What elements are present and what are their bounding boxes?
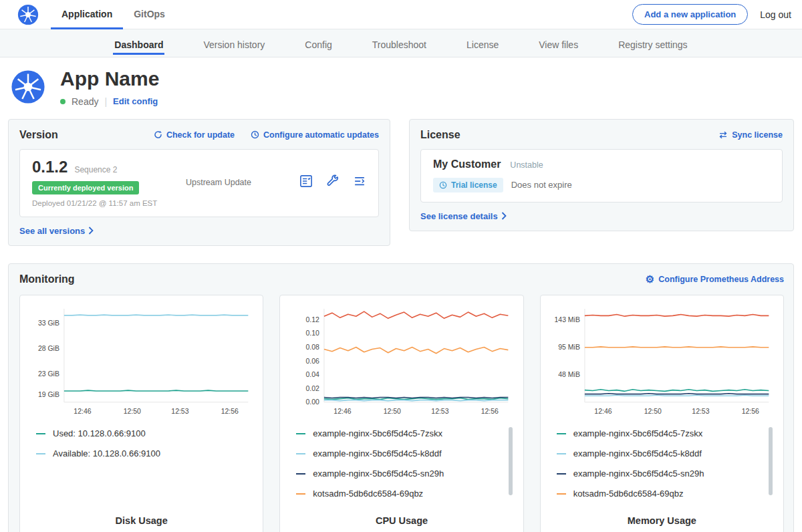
svg-text:12:46: 12:46 [74, 407, 91, 414]
version-number: 0.1.2 [32, 158, 68, 176]
chevron-right-icon [88, 227, 94, 235]
subnav-item-config[interactable]: Config [303, 31, 333, 55]
svg-text:0.08: 0.08 [306, 344, 320, 351]
chevron-right-icon [501, 212, 507, 220]
legend-color-dash [296, 433, 305, 434]
license-card-title: License [420, 129, 460, 141]
kubernetes-logo-icon [17, 4, 39, 25]
monitoring-card: Monitoring ⚙ Configure Prometheus Addres… [8, 263, 794, 532]
app-kubernetes-icon [11, 70, 45, 104]
svg-text:12:50: 12:50 [644, 407, 661, 414]
legend-item: kotsadm-5db6dc6584-69qbz [557, 489, 775, 499]
subnav-item-dashboard[interactable]: Dashboard [113, 31, 164, 55]
svg-text:12:50: 12:50 [124, 407, 141, 414]
customer-name: My Customer [433, 158, 501, 170]
svg-text:12:53: 12:53 [692, 407, 709, 414]
svg-text:0.12: 0.12 [306, 315, 320, 323]
legend-color-dash [557, 453, 566, 454]
legend-label: Available: 10.128.0.66:9100 [53, 448, 160, 458]
cpu-usage-legend: example-nginx-5bc6f5d4c5-7zskxexample-ng… [296, 428, 515, 509]
add-new-application-button[interactable]: Add a new application [632, 4, 748, 25]
subnav-item-version-history[interactable]: Version history [202, 31, 266, 55]
ready-status-dot [60, 99, 65, 104]
svg-text:12:56: 12:56 [741, 407, 759, 414]
legend-item: example-nginx-5bc6f5d4c5-sn29h [557, 469, 775, 479]
legend-color-dash [296, 473, 305, 475]
top-tabs: ApplicationGitOps [51, 0, 176, 29]
config-wrench-icon[interactable] [326, 174, 340, 190]
legend-color-dash [557, 433, 566, 434]
app-header: App Name Ready | Edit config [0, 57, 802, 119]
svg-text:0.10: 0.10 [306, 329, 320, 337]
legend-color-dash [557, 473, 566, 475]
legend-color-dash [296, 453, 305, 454]
svg-text:12:46: 12:46 [594, 407, 612, 414]
top-tab-application[interactable]: Application [51, 0, 123, 29]
see-all-versions-link[interactable]: See all versions [19, 226, 379, 236]
svg-text:19 GiB: 19 GiB [38, 390, 59, 398]
subnav-item-view-files[interactable]: View files [537, 31, 579, 55]
svg-text:143 MiB: 143 MiB [554, 315, 579, 323]
svg-text:0.02: 0.02 [306, 384, 320, 392]
logout-button[interactable]: Log out [760, 9, 791, 20]
license-details-box: My Customer Unstable Trial license Does … [420, 149, 783, 203]
trial-license-badge: Trial license [433, 178, 503, 192]
legend-label: example-nginx-5bc6f5d4c5-sn29h [313, 469, 444, 479]
memory-usage-legend: example-nginx-5bc6f5d4c5-7zskxexample-ng… [557, 428, 775, 509]
legend-label: example-nginx-5bc6f5d4c5-7zskx [313, 428, 442, 438]
legend-item: Used: 10.128.0.66:9100 [36, 428, 255, 438]
sync-license-link[interactable]: Sync license [718, 130, 783, 140]
subnav-item-registry-settings[interactable]: Registry settings [617, 31, 688, 55]
legend-item: example-nginx-5bc6f5d4c5-k8ddf [296, 448, 515, 458]
legend-item: example-nginx-5bc6f5d4c5-sn29h [296, 469, 515, 479]
see-license-details-link[interactable]: See license details [420, 211, 783, 221]
divider: | [104, 96, 107, 107]
deployed-badge: Currently deployed version [32, 181, 139, 194]
memory-usage-panel: 48 MiB95 MiB143 MiB12:4612:5012:5312:56 … [540, 295, 784, 532]
subnav-item-troubleshoot[interactable]: Troubleshoot [371, 31, 428, 55]
svg-text:33 GiB: 33 GiB [38, 319, 59, 326]
legend-label: kotsadm-5db6dc6584-69qbz [313, 489, 423, 499]
top-tab-gitops[interactable]: GitOps [123, 0, 176, 29]
deployed-timestamp: Deployed 01/21/22 @ 11:57 am EST [32, 199, 178, 207]
legend-color-dash [557, 493, 566, 495]
app-sub-navigation: DashboardVersion historyConfigTroublesho… [0, 29, 802, 57]
legend-scrollbar[interactable] [509, 427, 513, 495]
svg-text:23 GiB: 23 GiB [38, 370, 59, 378]
check-for-update-link[interactable]: Check for update [154, 130, 235, 140]
legend-label: example-nginx-5bc6f5d4c5-sn29h [573, 469, 704, 479]
chart-title: Disk Usage [28, 515, 255, 526]
cpu-usage-chart: 0.000.020.040.060.080.100.1212:4612:5012… [288, 303, 515, 418]
top-navigation: ApplicationGitOps Add a new application … [0, 0, 802, 29]
current-version-box: 0.1.2 Sequence 2 Currently deployed vers… [19, 149, 379, 217]
version-card: Version Check for update Configure autom… [8, 119, 390, 246]
cpu-usage-panel: 0.000.020.040.060.080.100.1212:4612:5012… [279, 295, 523, 532]
legend-item: Available: 10.128.0.66:9100 [36, 448, 255, 458]
legend-item: example-nginx-5bc6f5d4c5-k8ddf [557, 448, 775, 458]
legend-item: example-nginx-5bc6f5d4c5-7zskx [557, 428, 775, 438]
svg-text:0.04: 0.04 [306, 371, 320, 378]
sync-arrows-icon [718, 131, 728, 139]
legend-color-dash [296, 493, 305, 495]
legend-scrollbar[interactable] [769, 427, 773, 495]
preflight-checklist-icon[interactable] [299, 174, 313, 190]
page-title: App Name [60, 68, 159, 90]
legend-item: kotsadm-5db6dc6584-69qbz [296, 489, 515, 499]
legend-label: kotsadm-5db6dc6584-69qbz [573, 489, 684, 499]
svg-text:12:53: 12:53 [171, 407, 188, 414]
chart-title: CPU Usage [288, 515, 515, 526]
disk-usage-panel: 19 GiB23 GiB28 GiB33 GiB12:4612:5012:531… [19, 295, 263, 532]
diff-summary-icon[interactable] [353, 174, 366, 190]
edit-config-link[interactable]: Edit config [113, 96, 158, 106]
version-card-title: Version [19, 129, 58, 141]
disk-usage-chart: 19 GiB23 GiB28 GiB33 GiB12:4612:5012:531… [28, 303, 255, 418]
configure-automatic-updates-link[interactable]: Configure automatic updates [251, 130, 379, 140]
legend-label: Used: 10.128.0.66:9100 [53, 428, 146, 438]
legend-color-dash [36, 433, 45, 434]
clock-update-icon [251, 130, 259, 139]
license-card: License Sync license My Customer Unstabl… [409, 119, 794, 231]
configure-prometheus-link[interactable]: ⚙ Configure Prometheus Address [646, 274, 784, 284]
subnav-item-license[interactable]: License [465, 31, 500, 55]
legend-color-dash [36, 453, 45, 454]
svg-text:12:50: 12:50 [384, 407, 401, 414]
